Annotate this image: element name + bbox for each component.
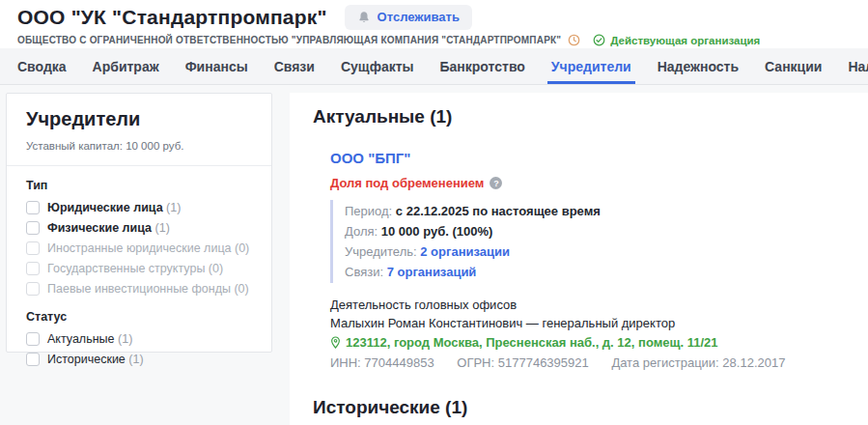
- checkbox-icon[interactable]: [26, 353, 40, 366]
- filter-label: Актуальные: [47, 332, 115, 346]
- period-value: с 22.12.2025 по настоящее время: [396, 204, 601, 218]
- header: ООО "УК "Стандартпромпарк" Отслеживать О…: [0, 0, 868, 48]
- reg-date-label: Дата регистрации:: [611, 355, 718, 370]
- filter-count: (1): [118, 332, 132, 346]
- share-value: 10 000 руб. (100%): [381, 224, 493, 239]
- filter-count: (0): [234, 282, 248, 296]
- inn-value: 7704449853: [364, 355, 434, 370]
- filter-legal-entities[interactable]: Юридические лица (1): [26, 201, 252, 214]
- tab-sanktsii[interactable]: Санкции: [765, 48, 822, 84]
- check-circle-icon: [593, 34, 605, 46]
- type-filter-title: Тип: [26, 179, 252, 192]
- charter-capital: Уставный капитал: 10 000 руб.: [26, 140, 252, 152]
- tab-nalogi[interactable]: Налоги: [848, 48, 868, 84]
- filter-label: Государственные структуры: [47, 262, 205, 275]
- track-button[interactable]: Отслеживать: [345, 5, 472, 30]
- tab-arbitrazh[interactable]: Арбитраж: [93, 48, 159, 84]
- encumbrance-warning: Доля под обременением: [330, 176, 484, 190]
- company-full-name: ОБЩЕСТВО С ОГРАНИЧЕННОЙ ОТВЕТСТВЕННОСТЬЮ…: [17, 35, 561, 45]
- filter-actual[interactable]: Актуальные (1): [26, 332, 252, 346]
- founder-label: Учредитель:: [345, 244, 417, 259]
- links-label: Связи:: [345, 265, 383, 279]
- page-title: ООО "УК "Стандартпромпарк": [17, 6, 327, 29]
- tab-nadezhnost[interactable]: Надежность: [658, 48, 739, 84]
- filter-foreign-entities: Иностранные юридические лица (0): [26, 241, 252, 255]
- actual-section-heading: Актуальные (1): [313, 106, 868, 128]
- historical-section-heading: Исторические (1): [313, 397, 868, 418]
- filter-count: (1): [128, 353, 143, 366]
- address-text: 123112, город Москва, Пресненская наб., …: [346, 335, 718, 350]
- filter-label: Юридические лица: [47, 201, 163, 214]
- filter-count: (0): [209, 262, 223, 275]
- ogrn-label: ОГРН:: [457, 355, 494, 370]
- info-icon[interactable]: ?: [490, 177, 502, 189]
- checkbox-icon[interactable]: [26, 201, 40, 214]
- founder-period-block: Период: с 22.12.2025 по настоящее время …: [330, 200, 868, 283]
- filter-investment-funds: Паевые инвестиционные фонды (0): [26, 282, 252, 296]
- tab-bankrotstvo[interactable]: Банкротство: [440, 48, 525, 84]
- location-pin-icon: [330, 336, 341, 349]
- filter-individuals[interactable]: Физические лица (1): [26, 221, 252, 235]
- company-profile-page: ООО "УК "Стандартпромпарк" Отслеживать О…: [0, 0, 868, 425]
- history-clock-icon[interactable]: [568, 34, 580, 46]
- director-text: Малыхин Роман Константинович — генеральн…: [330, 314, 868, 332]
- checkbox-icon[interactable]: [26, 332, 40, 346]
- tab-svodka[interactable]: Сводка: [17, 48, 67, 84]
- tab-bar: Сводка Арбитраж Финансы Связи Сущфакты Б…: [0, 48, 868, 85]
- activity-text: Деятельность головных офисов: [330, 296, 868, 314]
- ogrn-value: 5177746395921: [498, 355, 589, 370]
- founders-content: Актуальные (1) ООО "БПГ" Доля под обреме…: [290, 93, 868, 425]
- connections-link[interactable]: 7 организаций: [387, 265, 477, 279]
- filter-historical[interactable]: Исторические (1): [26, 353, 252, 366]
- filter-label: Исторические: [47, 353, 126, 366]
- checkbox-icon[interactable]: [26, 221, 40, 235]
- checkbox-icon: [26, 241, 40, 255]
- founder-company-link[interactable]: ООО "БПГ": [330, 150, 410, 166]
- status-badge: Действующая организация: [593, 34, 760, 46]
- filter-label: Иностранные юридические лица: [47, 241, 232, 255]
- tab-svyazi[interactable]: Связи: [274, 48, 315, 84]
- bell-icon: [357, 11, 371, 24]
- track-button-label: Отслеживать: [378, 10, 460, 24]
- tab-uchrediteli[interactable]: Учредители: [551, 48, 631, 84]
- tab-sushchfakty[interactable]: Сущфакты: [341, 48, 414, 84]
- checkbox-icon: [26, 282, 40, 296]
- period-label: Период:: [345, 204, 392, 218]
- inn-label: ИНН:: [330, 355, 361, 370]
- checkbox-icon: [26, 262, 40, 275]
- reg-date-value: 28.12.2017: [722, 355, 785, 370]
- status-badge-label: Действующая организация: [610, 35, 760, 46]
- filters-sidebar: Учредители Уставный капитал: 10 000 руб.…: [6, 93, 272, 353]
- status-filter-title: Статус: [26, 310, 252, 324]
- filter-count: (0): [235, 241, 249, 255]
- filter-count: (1): [166, 201, 181, 214]
- filter-state-structures: Государственные структуры (0): [26, 262, 252, 275]
- divider: [7, 165, 271, 166]
- sidebar-title: Учредители: [26, 108, 252, 130]
- tab-finansy[interactable]: Финансы: [185, 48, 248, 84]
- founder-orgs-link[interactable]: 2 организации: [420, 244, 510, 259]
- filter-count: (1): [155, 221, 170, 235]
- filter-label: Паевые инвестиционные фонды: [47, 282, 231, 296]
- share-label: Доля:: [345, 224, 378, 239]
- founder-entry-actual: ООО "БПГ" Доля под обременением ? Период…: [330, 150, 868, 370]
- filter-label: Физические лица: [47, 221, 152, 235]
